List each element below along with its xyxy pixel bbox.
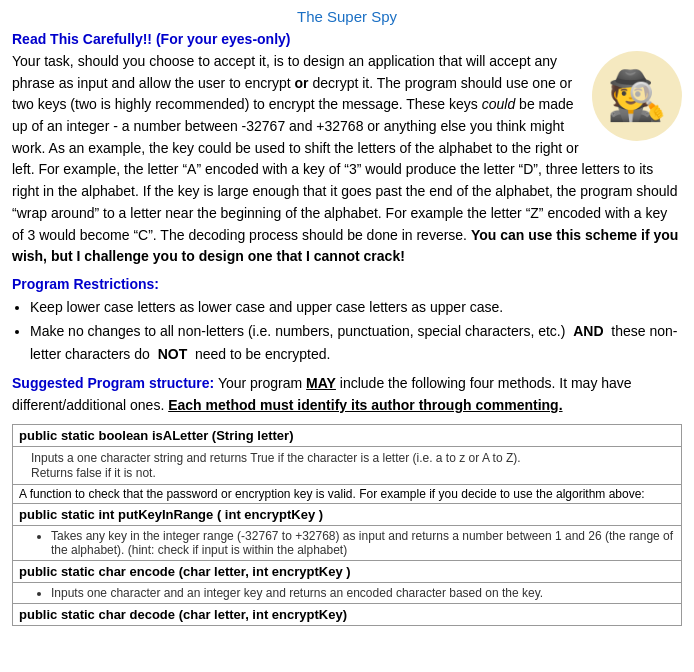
bullet-1: Keep lower case letters as lower case an… [30, 296, 682, 318]
table-row: Inputs one character and an integer key … [13, 583, 682, 604]
method-signature: public static boolean isALetter (String … [13, 425, 682, 447]
method-bullet: Takes any key in the integer range (-327… [13, 526, 682, 561]
method-note: A function to check that the password or… [13, 485, 682, 504]
program-restrictions-heading: Program Restrictions: [12, 276, 682, 292]
suggested-heading: Suggested Program structure: [12, 375, 214, 391]
spy-image: 🕵️ [592, 51, 682, 141]
suggested-bold-underline: Each method must identify its author thr… [168, 397, 562, 413]
restrictions-list: Keep lower case letters as lower case an… [30, 296, 682, 365]
page-title: The Super Spy [12, 8, 682, 25]
table-row: public static boolean isALetter (String … [13, 425, 682, 447]
method-signature: public static char decode (char letter, … [13, 604, 682, 626]
bullet-2: Make no changes to all non-letters (i.e.… [30, 320, 682, 365]
bullet2-and: AND [573, 323, 603, 339]
intro-text-3: be made up of an integer - a number betw… [12, 96, 677, 242]
method-signature: public static int putKeyInRange ( int en… [13, 504, 682, 526]
intro-paragraph: Your task, should you choose to accept i… [12, 51, 682, 268]
intro-bold-or: or [295, 75, 309, 91]
table-row: Takes any key in the integer range (-327… [13, 526, 682, 561]
methods-table: public static boolean isALetter (String … [12, 424, 682, 626]
table-row: public static int putKeyInRange ( int en… [13, 504, 682, 526]
intro-heading: Read This Carefully!! (For your eyes-onl… [12, 31, 682, 47]
table-row: Inputs a one character string and return… [13, 447, 682, 485]
table-row: A function to check that the password or… [13, 485, 682, 504]
bullet2-text: Make no changes to all non-letters (i.e.… [30, 323, 565, 339]
method-bullet: Inputs one character and an integer key … [13, 583, 682, 604]
suggested-paragraph: Suggested Program structure: Your progra… [12, 373, 682, 416]
suggested-text: Your program [218, 375, 306, 391]
table-row: public static char decode (char letter, … [13, 604, 682, 626]
bullet2-end2: need to be encrypted. [195, 346, 330, 362]
intro-italic-could: could [482, 96, 515, 112]
table-row: public static char encode (char letter, … [13, 561, 682, 583]
bullet2-not: NOT [158, 346, 188, 362]
method-description: Inputs a one character string and return… [13, 447, 682, 485]
suggested-may: MAY [306, 375, 336, 391]
method-signature: public static char encode (char letter, … [13, 561, 682, 583]
